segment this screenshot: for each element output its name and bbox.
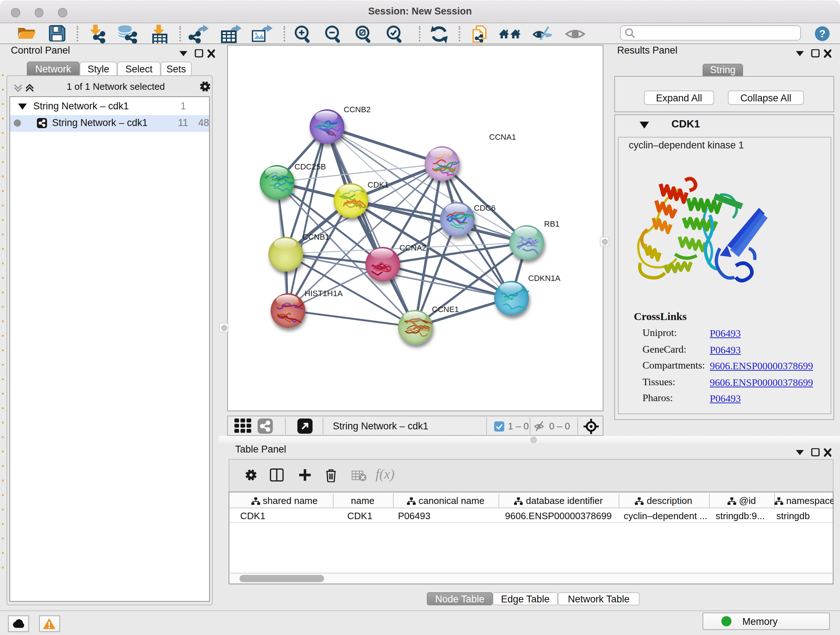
svg-text:?: ? [819,28,826,40]
